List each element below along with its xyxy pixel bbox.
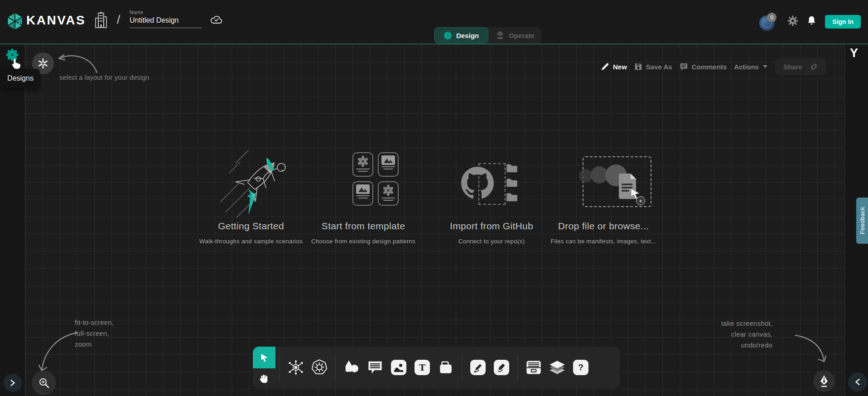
image-tool-icon: [391, 360, 406, 375]
name-field-label: Name: [130, 10, 202, 15]
note-tool[interactable]: [434, 353, 458, 382]
layout-asterisk-icon: [38, 58, 48, 68]
template-card-image: [378, 152, 399, 177]
design-name-input[interactable]: [130, 15, 202, 28]
design-pinwheel-icon: [444, 31, 452, 40]
pen-path-icon: [470, 360, 486, 375]
pattern-pinwheel-icon: [357, 155, 369, 167]
header-actions: 0: [759, 0, 861, 43]
pointer-tools: [253, 347, 275, 388]
kubernetes-icon: [311, 359, 328, 376]
zoom-button[interactable]: [32, 371, 56, 395]
sign-in-button[interactable]: Sign In: [825, 15, 861, 29]
operate-headset-icon: [496, 31, 505, 40]
expand-panel-button[interactable]: [4, 374, 22, 392]
toolbar-divider: [517, 354, 518, 381]
text-tool-glyph: T: [419, 362, 425, 372]
pencil-draw-icon: [494, 360, 509, 375]
cloud-synced-icon[interactable]: [209, 14, 224, 27]
actions-dropdown[interactable]: Actions: [734, 63, 768, 71]
feedback-tab[interactable]: Feedback: [856, 198, 868, 244]
template-card-pattern: [378, 181, 399, 206]
kanvas-logo-icon[interactable]: [6, 12, 24, 33]
option-subtitle: Files can be manifests, images, text...: [535, 238, 671, 245]
folder-icon: [506, 192, 518, 202]
pan-tool[interactable]: [253, 368, 275, 388]
bell-icon[interactable]: [806, 15, 817, 29]
rocket-doodle[interactable]: [212, 143, 299, 221]
drop-file-zone[interactable]: +: [583, 156, 651, 207]
option-title[interactable]: Drop file or browse...: [535, 221, 671, 232]
pen-mode-button[interactable]: [813, 370, 835, 392]
pencil-icon: [601, 63, 609, 71]
layer5-y-logo: Y: [850, 46, 858, 60]
comments-button[interactable]: Comments: [680, 63, 727, 71]
help-icon: ?: [573, 360, 588, 375]
toolbar-divider: [280, 354, 280, 381]
text-tool[interactable]: T: [410, 353, 434, 382]
hint-line: clear canvas,: [680, 329, 772, 340]
left-rail: [0, 44, 25, 396]
breadcrumb-separator: /: [117, 13, 120, 27]
comment-icon: [680, 63, 688, 71]
template-card-pattern: [352, 152, 373, 177]
option-start-from-template[interactable]: Start from template Choose from existing…: [295, 221, 431, 245]
comments-label: Comments: [692, 63, 727, 71]
actions-label: Actions: [734, 63, 759, 71]
help-glyph: ?: [578, 362, 583, 372]
circuit-node-icon: [287, 359, 304, 376]
layout-hint-text: select a layout for your design: [59, 74, 149, 81]
image-icon: [356, 184, 370, 194]
hint-line: undo/redo: [680, 340, 772, 351]
template-card-image: [352, 181, 373, 206]
connection-tool[interactable]: [284, 353, 308, 382]
brand-wordmark: KANVAS: [26, 13, 86, 28]
github-import-visual[interactable]: [461, 159, 526, 207]
hand-pointer-cursor-icon: [9, 57, 22, 73]
user-avatar[interactable]: 0: [759, 13, 779, 31]
design-action-bar: New Save As Comments Actions Share: [601, 58, 826, 75]
comment-tool-icon: [367, 360, 383, 375]
tab-operate-label: Operate: [509, 32, 535, 39]
zoom-in-icon: [38, 377, 50, 389]
share-button[interactable]: Share: [775, 58, 826, 75]
comment-tool[interactable]: [363, 353, 387, 382]
shapes-tool[interactable]: [340, 353, 363, 382]
toolbar-divider: [462, 354, 462, 381]
save-as-button[interactable]: Save As: [634, 63, 672, 71]
collapse-panel-button[interactable]: [848, 372, 867, 391]
option-subtitle: Choose from existing design patterns: [295, 238, 431, 245]
app-header: KANVAS / Name: [0, 0, 868, 43]
github-octocat-icon: [461, 167, 494, 199]
tab-design[interactable]: Design: [434, 27, 488, 43]
pattern-pinwheel-icon: [382, 184, 394, 196]
pan-hand-icon: [259, 373, 270, 384]
pen-path-tool[interactable]: [466, 353, 490, 382]
select-tool[interactable]: [253, 347, 275, 368]
save-as-label: Save As: [646, 63, 672, 71]
cursor-arrow-icon: [259, 353, 269, 362]
drawer-tool[interactable]: [522, 353, 545, 382]
layout-hint-arrow: [53, 50, 99, 76]
screenshot-hint-arrow: [789, 330, 831, 368]
share-label: Share: [783, 63, 802, 71]
help-tool[interactable]: ?: [569, 353, 593, 382]
freehand-draw-tool[interactable]: [490, 353, 513, 382]
folder-icon: [506, 163, 518, 173]
layers-tool[interactable]: [545, 353, 569, 382]
plus-badge: +: [636, 196, 645, 205]
kubernetes-tool[interactable]: [308, 353, 331, 382]
new-button[interactable]: New: [601, 63, 627, 71]
option-drop-file[interactable]: Drop file or browse... Files can be mani…: [535, 221, 671, 245]
tab-operate[interactable]: Operate: [488, 27, 542, 43]
image-icon: [381, 155, 395, 165]
building-icon[interactable]: [94, 12, 108, 31]
option-title[interactable]: Start from template: [295, 221, 431, 232]
gear-icon[interactable]: [787, 15, 798, 28]
link-icon: [810, 63, 818, 71]
hint-line: take screenshot,: [680, 318, 772, 329]
image-tool[interactable]: [387, 353, 410, 382]
template-cards[interactable]: [352, 152, 399, 206]
canvas-toolbar: T: [253, 347, 620, 388]
drawer-icon: [525, 360, 542, 375]
